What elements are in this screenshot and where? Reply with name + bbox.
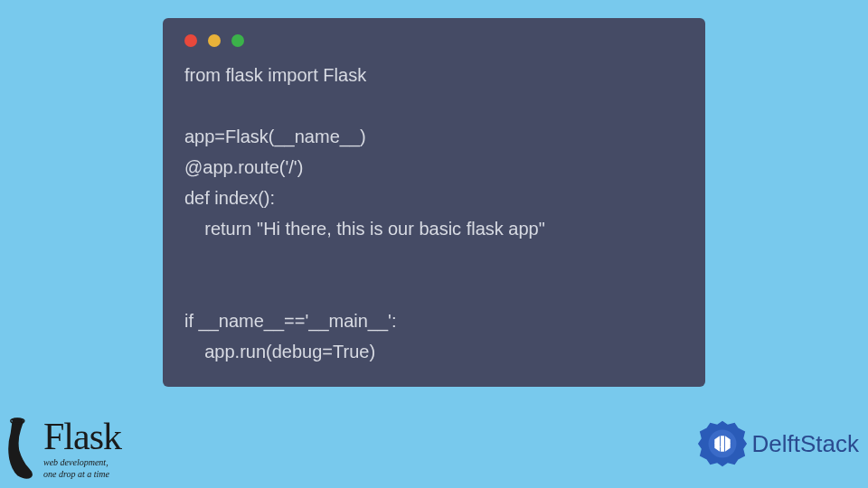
- code-line: app.run(debug=True): [184, 342, 375, 361]
- code-line: return "Hi there, this is our basic flas…: [184, 219, 545, 239]
- code-line: from flask import Flask: [184, 65, 366, 85]
- flask-tagline-1: web development,: [43, 457, 121, 467]
- svg-text:</>: </>: [714, 438, 731, 448]
- code-line: def index():: [184, 188, 275, 208]
- flask-tagline-2: one drop at a time: [43, 469, 121, 479]
- delftstack-text: DelftStack: [752, 430, 860, 458]
- minimize-dot-icon: [208, 34, 221, 47]
- maximize-dot-icon: [231, 34, 244, 47]
- gear-badge-icon: </>: [696, 418, 749, 470]
- code-line: app=Flask(__name__): [184, 127, 366, 146]
- flask-title: Flask: [43, 418, 121, 455]
- code-block: from flask import Flask app=Flask(__name…: [184, 60, 684, 367]
- flask-logo: Flask web development, one drop at a tim…: [5, 416, 121, 481]
- code-editor-window: from flask import Flask app=Flask(__name…: [163, 18, 705, 387]
- code-line: if __name__=='__main__':: [184, 311, 396, 331]
- delftstack-logo: </> DelftStack: [696, 418, 860, 470]
- window-controls: [184, 34, 684, 47]
- flask-horn-icon: [5, 416, 40, 481]
- flask-text-block: Flask web development, one drop at a tim…: [43, 418, 121, 479]
- code-line: @app.route('/'): [184, 157, 303, 177]
- close-dot-icon: [184, 34, 197, 47]
